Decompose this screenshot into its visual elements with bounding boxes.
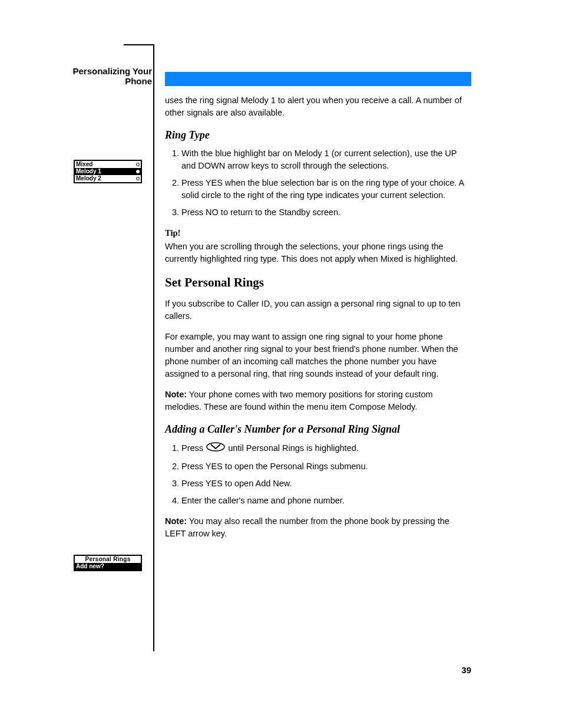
running-title: Personalizing Your Phone xyxy=(64,66,152,86)
lcd-row: Melody 2 xyxy=(75,175,141,182)
body-column: uses the ring signal Melody 1 to alert y… xyxy=(165,71,471,548)
step: Press until Personal Rings is highlighte… xyxy=(181,442,471,456)
heading-personal-rings: Set Personal Rings xyxy=(165,274,471,291)
radio-icon xyxy=(136,163,140,166)
step: Press YES when the blue selection bar is… xyxy=(181,177,471,202)
lcd-row-label: Melody 1 xyxy=(76,168,101,175)
rule-tick xyxy=(124,44,154,45)
svg-point-0 xyxy=(207,443,224,451)
lcd-title-text: Personal Rings xyxy=(76,556,140,563)
add-caller-steps: Press until Personal Rings is highlighte… xyxy=(165,442,471,507)
personal-rings-intro: If you subscribe to Caller ID, you can a… xyxy=(165,298,471,322)
lcd-row-selected: Add new? xyxy=(75,563,141,570)
tip-block: Tip! When you are scrolling through the … xyxy=(165,227,471,265)
note-text: Your phone comes with two memory positio… xyxy=(165,390,433,411)
lcd-row-label: Mixed xyxy=(76,161,92,168)
intro-paragraph: uses the ring signal Melody 1 to alert y… xyxy=(165,94,471,119)
step: Press YES to open the Personal Rings sub… xyxy=(181,460,471,473)
radio-icon xyxy=(136,177,140,180)
subheading-ring-type: Ring Type xyxy=(165,127,471,143)
page-number: 39 xyxy=(461,665,471,675)
step-text-b: until Personal Rings is highlighted. xyxy=(228,443,359,453)
ring-type-steps: With the blue highlight bar on Melody 1 … xyxy=(165,147,471,219)
note2-text: You may also recall the number from the … xyxy=(165,516,449,538)
note-label: Note: xyxy=(165,390,187,399)
lcd-screenshot-personal-rings: Personal Rings Add new? xyxy=(74,555,142,571)
note2-block: Note: You may also recall the number fro… xyxy=(165,515,471,540)
lcd-title-row: Personal Rings xyxy=(75,556,141,563)
step: Press YES to open Add New. xyxy=(181,477,471,490)
lcd-screenshot-ring-type: Mixed Melody 1 Melody 2 xyxy=(74,160,142,183)
note-block: Note: Your phone comes with two memory p… xyxy=(165,388,471,413)
lcd-row: Mixed xyxy=(75,161,141,168)
lcd-row-label: Melody 2 xyxy=(76,175,101,182)
step: With the blue highlight bar on Melody 1 … xyxy=(181,147,471,172)
step: Press NO to return to the Standby screen… xyxy=(181,206,471,219)
lcd-row-label: Add new? xyxy=(76,563,104,570)
step: Enter the caller's name and phone number… xyxy=(181,495,471,507)
lcd-row-selected: Melody 1 xyxy=(75,168,141,175)
yes-key-icon xyxy=(206,442,226,456)
tip-label: Tip! xyxy=(165,227,471,239)
note2-label: Note: xyxy=(165,516,187,526)
page: Personalizing Your Phone Mixed Melody 1 … xyxy=(0,0,562,728)
subheading-add-caller: Adding a Caller's Number for a Personal … xyxy=(165,421,471,437)
tip-text: When you are scrolling through the selec… xyxy=(165,242,458,263)
step-text-a: Press xyxy=(181,443,206,453)
radio-filled-icon xyxy=(136,170,140,173)
personal-rings-example: For example, you may want to assign one … xyxy=(165,331,471,380)
vertical-rule xyxy=(153,44,154,651)
